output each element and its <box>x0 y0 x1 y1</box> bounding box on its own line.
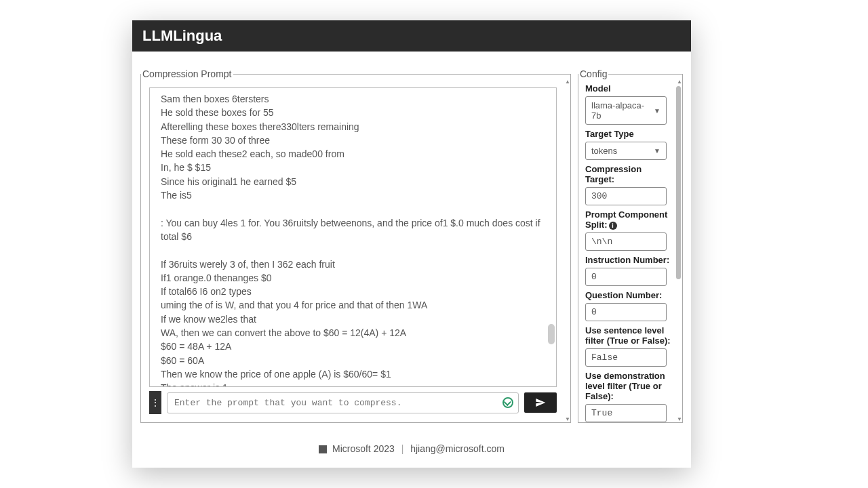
model-value: llama-alpaca-7b <box>591 100 654 121</box>
chat-line <box>161 202 542 216</box>
question-number-label: Question Number: <box>585 290 673 300</box>
split-label: Prompt Component Split:i <box>585 209 673 230</box>
chat-line <box>161 243 542 257</box>
chat-line: Then we know the price of one apple (A) … <box>161 367 542 381</box>
chat-line: In, he $ $15 <box>161 161 542 174</box>
compression-legend: Compression Prompt <box>141 68 233 79</box>
send-button[interactable] <box>524 392 557 413</box>
instruction-number-label: Instruction Number: <box>585 255 673 265</box>
chat-line: Sam then boxes 6tersters <box>161 92 542 106</box>
footer-org: Microsoft 2023 <box>332 443 395 454</box>
target-type-value: tokens <box>591 146 617 156</box>
footer-email[interactable]: hjiang@microsoft.com <box>410 443 505 454</box>
chat-line: If1 orange.0 thenanges $0 <box>161 271 542 285</box>
chat-line: If 36ruits werely 3 of, then I 362 each … <box>161 258 542 271</box>
compression-target-input[interactable]: 300 <box>585 187 667 205</box>
instruction-number-input[interactable]: 0 <box>585 268 667 286</box>
chat-line: uming the of is W, and that you 4 for pr… <box>161 298 542 312</box>
chat-output: Sam then boxes 6terstersHe sold these bo… <box>149 87 557 387</box>
input-row: ⋮ <box>149 391 557 414</box>
chat-line: If we know we2les that <box>161 312 542 326</box>
chat-line: If total66 I6 on2 types <box>161 285 542 298</box>
chat-line: : You can buy 4les 1 for. You 36ruitsly … <box>161 216 542 244</box>
more-button[interactable]: ⋮ <box>149 391 161 414</box>
app-window: LLMLingua Compression Prompt ▲ ▼ Sam the… <box>132 20 691 468</box>
demo-filter-label: Use demonstration level filter (True or … <box>585 371 673 401</box>
target-type-select[interactable]: tokens ▼ <box>585 142 667 160</box>
model-label: Model <box>585 83 673 94</box>
chevron-down-icon: ▼ <box>654 107 660 115</box>
main-content: Compression Prompt ▲ ▼ Sam then boxes 6t… <box>132 52 691 423</box>
demo-filter-input[interactable]: True <box>585 404 667 422</box>
chat-line: WA, then we can convert the above to $60… <box>161 326 542 340</box>
config-panel: Config ▲ ▼ Model llama-alpaca-7b ▼ Targe… <box>578 68 683 423</box>
prompt-input[interactable] <box>167 392 519 413</box>
chat-line: Since his original1 he earned $5 <box>161 175 542 188</box>
send-icon <box>535 397 546 408</box>
config-body: Model llama-alpaca-7b ▼ Target Type toke… <box>578 79 682 422</box>
footer: Microsoft 2023 | hjiang@microsoft.com <box>132 423 691 468</box>
sentence-filter-label: Use sentence level filter (True or False… <box>585 325 673 346</box>
config-legend: Config <box>578 68 608 79</box>
chat-line: These form 30 30 of three <box>161 134 542 147</box>
chevron-down-icon: ▼ <box>654 147 660 155</box>
model-select[interactable]: llama-alpaca-7b ▼ <box>585 96 667 125</box>
titlebar: LLMLingua <box>132 20 691 52</box>
chat-messages: Sam then boxes 6terstersHe sold these bo… <box>150 88 556 386</box>
chat-line: $60 = 60A <box>161 354 542 367</box>
target-type-label: Target Type <box>585 129 673 139</box>
config-scroll-thumb[interactable] <box>676 86 681 279</box>
footer-separator: | <box>401 443 404 454</box>
app-title: LLMLingua <box>142 27 222 44</box>
left-outer-scrollbar[interactable]: ▲ ▼ <box>565 79 570 422</box>
compression-panel: Compression Prompt ▲ ▼ Sam then boxes 6t… <box>140 68 571 423</box>
scroll-up-icon[interactable]: ▲ <box>565 79 570 85</box>
info-icon[interactable]: i <box>609 222 617 230</box>
prompt-input-wrap <box>167 392 519 413</box>
chat-line: The answer is 1 <box>161 381 542 386</box>
split-input[interactable]: \n\n <box>585 232 667 251</box>
microsoft-icon <box>319 445 327 453</box>
chat-scroll-thumb[interactable] <box>548 324 555 344</box>
grammar-check-icon[interactable] <box>502 397 513 408</box>
question-number-input[interactable]: 0 <box>585 303 667 321</box>
chat-line: Afterelling these boxes there330lters re… <box>161 120 542 134</box>
chat-line: He sold each these2 each, so made00 from <box>161 147 542 161</box>
sentence-filter-input[interactable]: False <box>585 348 667 367</box>
chat-line: He sold these boxes for 55 <box>161 106 542 119</box>
scroll-down-icon[interactable]: ▼ <box>565 417 570 422</box>
chat-line: $60 = 48A + 12A <box>161 340 542 353</box>
compression-target-label: Compression Target: <box>585 164 673 184</box>
chat-line: The is5 <box>161 188 542 202</box>
